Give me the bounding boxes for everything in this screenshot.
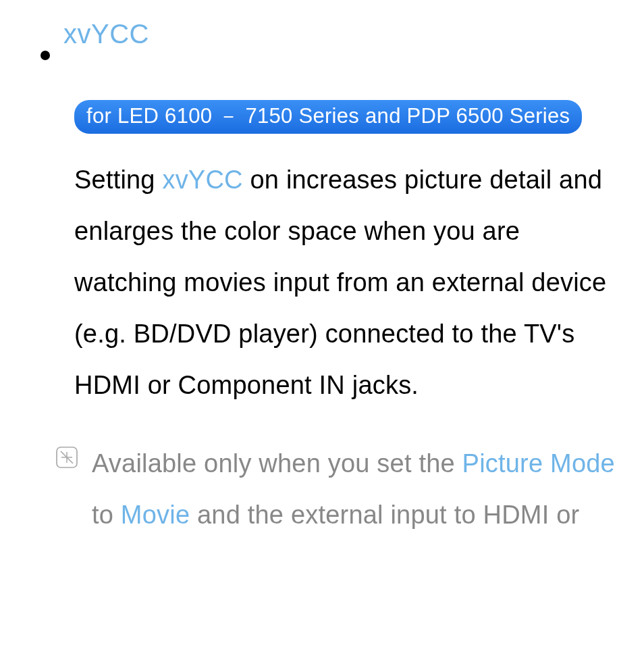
bullet-title: xvYCC — [63, 19, 149, 49]
bullet-row: xvYCC — [41, 19, 617, 49]
bullet-dot-icon — [41, 51, 50, 60]
body-highlight: xvYCC — [162, 166, 242, 194]
body-text: Setting xvYCC on increases picture detai… — [74, 154, 617, 411]
body-pre: Setting — [74, 166, 162, 194]
note-icon — [55, 446, 78, 469]
note-p2: to — [92, 501, 121, 529]
note-hl2: Movie — [121, 501, 190, 529]
note-text: Available only when you set the Picture … — [92, 438, 617, 540]
content-block: for LED 6100 － 7150 Series and PDP 6500 … — [74, 100, 617, 411]
body-post: on increases picture detail and enlarges… — [74, 166, 606, 399]
note-row: Available only when you set the Picture … — [55, 438, 617, 540]
note-p3: and the external input to HDMI or — [190, 501, 579, 529]
series-badge: for LED 6100 － 7150 Series and PDP 6500 … — [74, 100, 582, 134]
note-hl1: Picture Mode — [462, 449, 615, 478]
note-p1: Available only when you set the — [92, 449, 462, 478]
